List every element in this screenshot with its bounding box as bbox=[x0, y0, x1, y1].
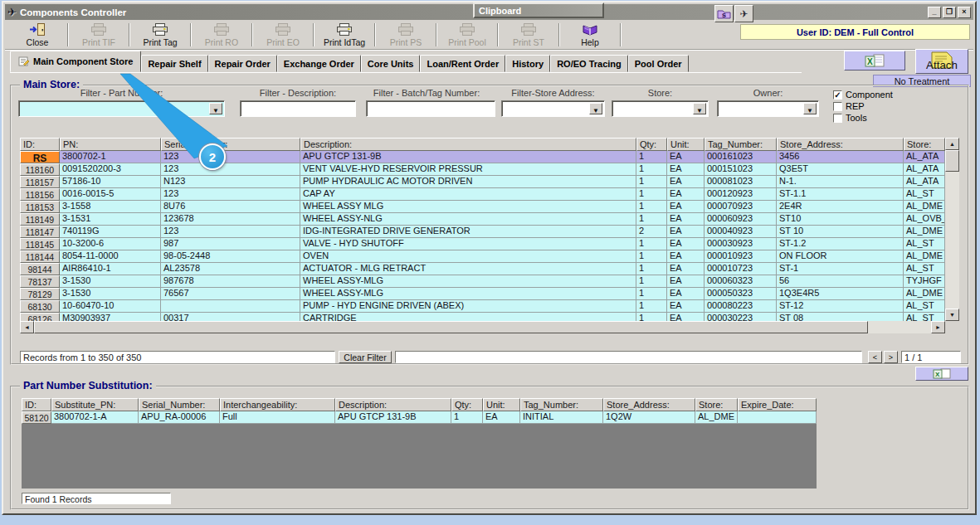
column-header-description[interactable]: Description: bbox=[300, 138, 636, 151]
table-row[interactable]: 1181600091520200-3123VENT VALVE-HYD RESE… bbox=[20, 163, 945, 176]
column-header-store-address[interactable]: Store_Address: bbox=[603, 398, 695, 411]
vertical-scroll-thumb[interactable] bbox=[945, 150, 959, 172]
table-row[interactable]: 68126M3090393700317CARTRIDGE1EA000030223… bbox=[20, 313, 945, 321]
row-header[interactable]: 68126 bbox=[20, 313, 60, 321]
row-header[interactable]: 118144 bbox=[20, 250, 60, 263]
table-row[interactable]: 1181560016-0015-5123CAP AY1EA000120923ST… bbox=[20, 188, 945, 201]
print-tag-button[interactable]: Print Tag bbox=[131, 21, 189, 48]
scroll-right-icon[interactable]: ► bbox=[931, 321, 945, 333]
horizontal-scroll-thumb[interactable] bbox=[34, 321, 868, 333]
page-next-button[interactable]: > bbox=[884, 351, 898, 363]
row-header[interactable]: 118157 bbox=[20, 176, 60, 188]
checkbox-box[interactable]: ✓ bbox=[833, 90, 842, 100]
close-button[interactable]: Close bbox=[8, 21, 66, 48]
column-header-qty[interactable]: Qty: bbox=[636, 138, 667, 151]
row-header[interactable]: 118160 bbox=[20, 163, 60, 176]
table-row[interactable]: 1181493-1531123678WHEEL ASSY-NLG1EA00006… bbox=[20, 213, 945, 226]
vertical-scrollbar[interactable]: ▲ ▼ bbox=[945, 138, 959, 321]
column-header-store-address[interactable]: Store_Address: bbox=[777, 138, 904, 151]
row-header[interactable]: 78137 bbox=[20, 275, 60, 288]
column-header-id[interactable]: ID: bbox=[22, 398, 51, 411]
clipboard-window-titlebar[interactable]: Clipboard bbox=[473, 2, 604, 18]
store-folder-button[interactable]: s bbox=[714, 5, 734, 22]
table-row[interactable]: 581203800702-1-AAPU_RA-00006FullAPU GTCP… bbox=[22, 411, 817, 424]
column-header-interchangeability[interactable]: Interchangeability: bbox=[220, 398, 335, 411]
help-button[interactable]: Help bbox=[561, 21, 619, 48]
column-header-description[interactable]: Description: bbox=[335, 398, 451, 411]
airplane-tool-button[interactable]: ✈ bbox=[734, 5, 753, 22]
table-row[interactable]: 118147740119G123IDG-INTEGRATED DRIVE GEN… bbox=[20, 226, 945, 238]
column-header-store[interactable]: Store: bbox=[695, 398, 738, 411]
tab-loan-rent-order[interactable]: Loan/Rent Order bbox=[420, 55, 505, 72]
column-header-id[interactable]: ID: bbox=[20, 138, 60, 151]
row-header[interactable]: 118145 bbox=[20, 238, 60, 250]
horizontal-scrollbar[interactable]: ◄ ► bbox=[20, 321, 945, 333]
chevron-down-icon[interactable]: ▼ bbox=[209, 103, 222, 114]
restore-button[interactable]: ❐ bbox=[943, 7, 956, 18]
scroll-down-icon[interactable]: ▼ bbox=[945, 309, 959, 321]
export-excel-substitution-button[interactable]: X bbox=[915, 367, 968, 381]
chevron-down-icon[interactable]: ▼ bbox=[693, 103, 706, 114]
row-header[interactable]: 118153 bbox=[20, 201, 60, 213]
column-header-substitute-pn[interactable]: Substitute_PN: bbox=[51, 398, 139, 411]
table-row[interactable]: 6813010-60470-10PUMP - HYD ENGINE DRIVEN… bbox=[20, 300, 945, 313]
filter-store-combo[interactable]: ▼ bbox=[612, 100, 709, 117]
tab-ro-eo-tracing[interactable]: RO/EO Tracing bbox=[550, 55, 628, 72]
table-row[interactable]: 11815757186-10N123PUMP HYDRAULIC AC MOTO… bbox=[20, 176, 945, 188]
tab-exchange-order[interactable]: Exchange Order bbox=[277, 55, 361, 72]
row-header[interactable]: 58120 bbox=[22, 411, 51, 424]
tab-main-component-store[interactable]: Main Component Store bbox=[10, 51, 141, 72]
row-header-rs-button[interactable]: RS bbox=[20, 151, 60, 163]
row-header[interactable]: 78129 bbox=[20, 288, 60, 300]
tab-core-units[interactable]: Core Units bbox=[361, 55, 421, 72]
tab-repair-order[interactable]: Repair Order bbox=[208, 55, 277, 72]
filter-batch-tag-input[interactable] bbox=[366, 100, 495, 117]
filter-owner-combo[interactable]: ▼ bbox=[717, 100, 819, 117]
table-row[interactable]: 781293-153076567WHEEL ASSY-MLG1EA0000503… bbox=[20, 288, 945, 300]
row-header[interactable]: 118149 bbox=[20, 213, 60, 226]
filter-part-number-combo[interactable]: ▼ bbox=[18, 100, 225, 117]
column-header-unit[interactable]: Unit: bbox=[483, 398, 520, 411]
checkbox-tools[interactable]: Tools bbox=[833, 112, 893, 124]
tab-pool-order[interactable]: Pool Order bbox=[628, 55, 689, 72]
scroll-left-icon[interactable]: ◄ bbox=[20, 321, 34, 333]
attach-button[interactable]: Attach bbox=[915, 49, 968, 74]
checkbox-box[interactable] bbox=[833, 114, 842, 123]
clear-filter-button[interactable]: Clear Filter bbox=[339, 351, 392, 363]
export-excel-button[interactable]: X bbox=[844, 51, 905, 70]
checkbox-component[interactable]: ✓ Component bbox=[833, 89, 893, 100]
chevron-down-icon[interactable]: ▼ bbox=[803, 103, 817, 114]
row-header[interactable]: 118147 bbox=[20, 226, 60, 238]
column-header-pn[interactable]: PN: bbox=[60, 138, 161, 151]
column-header-store[interactable]: Store: bbox=[904, 138, 945, 151]
tab-repair-shelf[interactable]: Repair Shelf bbox=[141, 55, 207, 72]
filter-description-input[interactable] bbox=[240, 100, 356, 117]
column-header-unit[interactable]: Unit: bbox=[667, 138, 705, 151]
table-row[interactable]: RS3800702-1123APU GTCP 131-9B1EA00016102… bbox=[20, 151, 945, 163]
row-header[interactable]: 98144 bbox=[20, 263, 60, 275]
minimize-button[interactable]: _ bbox=[928, 7, 941, 18]
cell-serial: 123 bbox=[161, 188, 300, 201]
close-window-button[interactable]: × bbox=[958, 7, 971, 18]
checkbox-rep[interactable]: REP bbox=[833, 100, 893, 112]
row-header[interactable]: 118156 bbox=[20, 188, 60, 201]
checkbox-box[interactable] bbox=[833, 102, 842, 111]
page-previous-button[interactable]: < bbox=[868, 351, 882, 363]
table-row[interactable]: 1181533-15588U76WHEEL ASSY MLG1EA0000709… bbox=[20, 201, 945, 213]
row-header[interactable]: 68130 bbox=[20, 300, 60, 313]
tab-history[interactable]: History bbox=[505, 55, 550, 72]
column-header-tag-number[interactable]: Tag_Number: bbox=[705, 138, 777, 151]
chevron-down-icon[interactable]: ▼ bbox=[589, 103, 602, 114]
column-header-qty[interactable]: Qty: bbox=[451, 398, 483, 411]
table-row[interactable]: 11814510-3200-6987VALVE - HYD SHUTOFF1EA… bbox=[20, 238, 945, 250]
table-row[interactable]: 781373-1530987678WHEEL ASSY-MLG1EA000060… bbox=[20, 275, 945, 288]
column-header-expire-date[interactable]: Expire_Date: bbox=[738, 398, 817, 411]
column-header-serial-number[interactable]: Serial_Number: bbox=[139, 398, 220, 411]
scroll-up-icon[interactable]: ▲ bbox=[945, 138, 959, 150]
table-row[interactable]: 98144AIR86410-1AL23578ACTUATOR - MLG RET… bbox=[20, 263, 945, 275]
print-idtag-button[interactable]: Print IdTag bbox=[315, 21, 373, 48]
table-row[interactable]: 1181448054-11-000098-05-2448OVEN1EA00001… bbox=[20, 250, 945, 263]
filter-store-address-combo[interactable]: ▼ bbox=[501, 100, 605, 117]
column-header-tag-number[interactable]: Tag_Number: bbox=[520, 398, 603, 411]
column-header-serial-number[interactable]: Serial_Number: bbox=[161, 138, 300, 151]
